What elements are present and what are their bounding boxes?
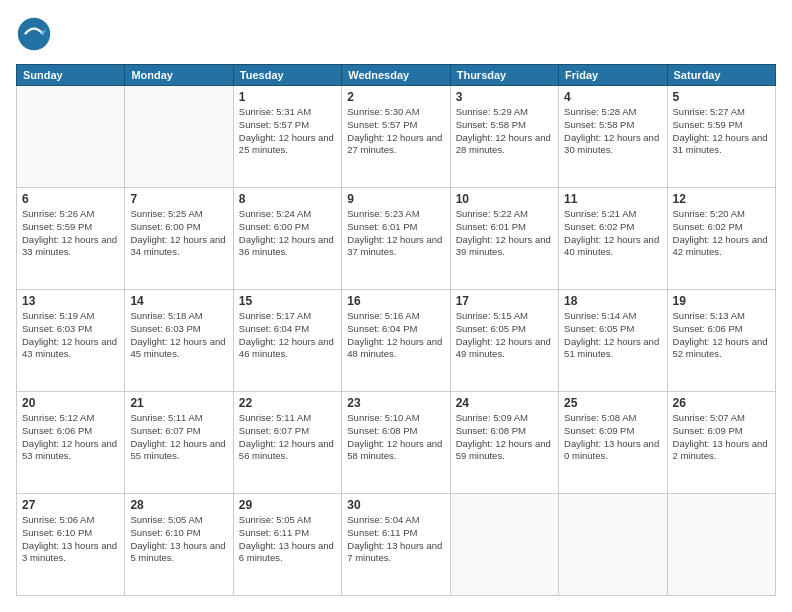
calendar-cell: 22Sunrise: 5:11 AMSunset: 6:07 PMDayligh… [233,392,341,494]
day-detail: Sunrise: 5:04 AMSunset: 6:11 PMDaylight:… [347,514,444,565]
day-number: 6 [22,192,119,206]
calendar-cell: 3Sunrise: 5:29 AMSunset: 5:58 PMDaylight… [450,86,558,188]
day-number: 25 [564,396,661,410]
day-number: 11 [564,192,661,206]
day-number: 4 [564,90,661,104]
calendar-cell: 12Sunrise: 5:20 AMSunset: 6:02 PMDayligh… [667,188,775,290]
calendar-cell: 30Sunrise: 5:04 AMSunset: 6:11 PMDayligh… [342,494,450,596]
calendar-cell [667,494,775,596]
calendar-cell: 16Sunrise: 5:16 AMSunset: 6:04 PMDayligh… [342,290,450,392]
day-detail: Sunrise: 5:15 AMSunset: 6:05 PMDaylight:… [456,310,553,361]
day-detail: Sunrise: 5:14 AMSunset: 6:05 PMDaylight:… [564,310,661,361]
day-number: 20 [22,396,119,410]
calendar-cell: 27Sunrise: 5:06 AMSunset: 6:10 PMDayligh… [17,494,125,596]
calendar-week-row: 20Sunrise: 5:12 AMSunset: 6:06 PMDayligh… [17,392,776,494]
calendar-cell: 29Sunrise: 5:05 AMSunset: 6:11 PMDayligh… [233,494,341,596]
calendar-table: SundayMondayTuesdayWednesdayThursdayFrid… [16,64,776,596]
svg-point-0 [18,18,50,50]
day-number: 17 [456,294,553,308]
day-number: 24 [456,396,553,410]
day-number: 7 [130,192,227,206]
calendar-week-row: 1Sunrise: 5:31 AMSunset: 5:57 PMDaylight… [17,86,776,188]
logo-icon [16,16,52,52]
weekday-header: Wednesday [342,65,450,86]
day-detail: Sunrise: 5:12 AMSunset: 6:06 PMDaylight:… [22,412,119,463]
day-detail: Sunrise: 5:13 AMSunset: 6:06 PMDaylight:… [673,310,770,361]
day-detail: Sunrise: 5:11 AMSunset: 6:07 PMDaylight:… [130,412,227,463]
day-detail: Sunrise: 5:09 AMSunset: 6:08 PMDaylight:… [456,412,553,463]
weekday-header: Saturday [667,65,775,86]
day-detail: Sunrise: 5:18 AMSunset: 6:03 PMDaylight:… [130,310,227,361]
calendar-cell: 13Sunrise: 5:19 AMSunset: 6:03 PMDayligh… [17,290,125,392]
calendar-cell: 21Sunrise: 5:11 AMSunset: 6:07 PMDayligh… [125,392,233,494]
day-number: 27 [22,498,119,512]
day-number: 23 [347,396,444,410]
day-number: 19 [673,294,770,308]
day-detail: Sunrise: 5:11 AMSunset: 6:07 PMDaylight:… [239,412,336,463]
calendar-cell [125,86,233,188]
header [16,16,776,52]
day-number: 9 [347,192,444,206]
calendar-week-row: 6Sunrise: 5:26 AMSunset: 5:59 PMDaylight… [17,188,776,290]
logo [16,16,58,52]
day-detail: Sunrise: 5:19 AMSunset: 6:03 PMDaylight:… [22,310,119,361]
calendar-cell: 23Sunrise: 5:10 AMSunset: 6:08 PMDayligh… [342,392,450,494]
calendar-cell [450,494,558,596]
weekday-header: Friday [559,65,667,86]
day-detail: Sunrise: 5:16 AMSunset: 6:04 PMDaylight:… [347,310,444,361]
calendar-cell: 17Sunrise: 5:15 AMSunset: 6:05 PMDayligh… [450,290,558,392]
calendar-cell: 2Sunrise: 5:30 AMSunset: 5:57 PMDaylight… [342,86,450,188]
day-number: 15 [239,294,336,308]
calendar-week-row: 13Sunrise: 5:19 AMSunset: 6:03 PMDayligh… [17,290,776,392]
weekday-header: Sunday [17,65,125,86]
day-detail: Sunrise: 5:31 AMSunset: 5:57 PMDaylight:… [239,106,336,157]
day-detail: Sunrise: 5:10 AMSunset: 6:08 PMDaylight:… [347,412,444,463]
calendar-cell: 15Sunrise: 5:17 AMSunset: 6:04 PMDayligh… [233,290,341,392]
calendar-cell: 7Sunrise: 5:25 AMSunset: 6:00 PMDaylight… [125,188,233,290]
calendar-cell: 9Sunrise: 5:23 AMSunset: 6:01 PMDaylight… [342,188,450,290]
calendar-cell: 8Sunrise: 5:24 AMSunset: 6:00 PMDaylight… [233,188,341,290]
day-number: 18 [564,294,661,308]
day-number: 8 [239,192,336,206]
day-detail: Sunrise: 5:26 AMSunset: 5:59 PMDaylight:… [22,208,119,259]
calendar-cell: 10Sunrise: 5:22 AMSunset: 6:01 PMDayligh… [450,188,558,290]
day-detail: Sunrise: 5:25 AMSunset: 6:00 PMDaylight:… [130,208,227,259]
calendar-cell: 26Sunrise: 5:07 AMSunset: 6:09 PMDayligh… [667,392,775,494]
calendar-cell: 14Sunrise: 5:18 AMSunset: 6:03 PMDayligh… [125,290,233,392]
day-detail: Sunrise: 5:05 AMSunset: 6:11 PMDaylight:… [239,514,336,565]
calendar-cell: 18Sunrise: 5:14 AMSunset: 6:05 PMDayligh… [559,290,667,392]
day-detail: Sunrise: 5:22 AMSunset: 6:01 PMDaylight:… [456,208,553,259]
calendar-cell: 25Sunrise: 5:08 AMSunset: 6:09 PMDayligh… [559,392,667,494]
day-number: 5 [673,90,770,104]
calendar-cell: 19Sunrise: 5:13 AMSunset: 6:06 PMDayligh… [667,290,775,392]
day-detail: Sunrise: 5:06 AMSunset: 6:10 PMDaylight:… [22,514,119,565]
day-detail: Sunrise: 5:17 AMSunset: 6:04 PMDaylight:… [239,310,336,361]
calendar-cell: 11Sunrise: 5:21 AMSunset: 6:02 PMDayligh… [559,188,667,290]
weekday-header: Monday [125,65,233,86]
day-number: 16 [347,294,444,308]
calendar-cell [17,86,125,188]
weekday-header-row: SundayMondayTuesdayWednesdayThursdayFrid… [17,65,776,86]
calendar-week-row: 27Sunrise: 5:06 AMSunset: 6:10 PMDayligh… [17,494,776,596]
weekday-header: Thursday [450,65,558,86]
day-number: 14 [130,294,227,308]
day-number: 3 [456,90,553,104]
day-detail: Sunrise: 5:28 AMSunset: 5:58 PMDaylight:… [564,106,661,157]
calendar-cell: 24Sunrise: 5:09 AMSunset: 6:08 PMDayligh… [450,392,558,494]
page: SundayMondayTuesdayWednesdayThursdayFrid… [0,0,792,612]
day-detail: Sunrise: 5:27 AMSunset: 5:59 PMDaylight:… [673,106,770,157]
day-number: 1 [239,90,336,104]
day-number: 26 [673,396,770,410]
day-number: 10 [456,192,553,206]
calendar-cell: 1Sunrise: 5:31 AMSunset: 5:57 PMDaylight… [233,86,341,188]
weekday-header: Tuesday [233,65,341,86]
calendar-cell: 5Sunrise: 5:27 AMSunset: 5:59 PMDaylight… [667,86,775,188]
day-detail: Sunrise: 5:07 AMSunset: 6:09 PMDaylight:… [673,412,770,463]
day-number: 22 [239,396,336,410]
day-detail: Sunrise: 5:29 AMSunset: 5:58 PMDaylight:… [456,106,553,157]
day-detail: Sunrise: 5:24 AMSunset: 6:00 PMDaylight:… [239,208,336,259]
day-detail: Sunrise: 5:23 AMSunset: 6:01 PMDaylight:… [347,208,444,259]
day-number: 13 [22,294,119,308]
day-number: 12 [673,192,770,206]
day-detail: Sunrise: 5:30 AMSunset: 5:57 PMDaylight:… [347,106,444,157]
